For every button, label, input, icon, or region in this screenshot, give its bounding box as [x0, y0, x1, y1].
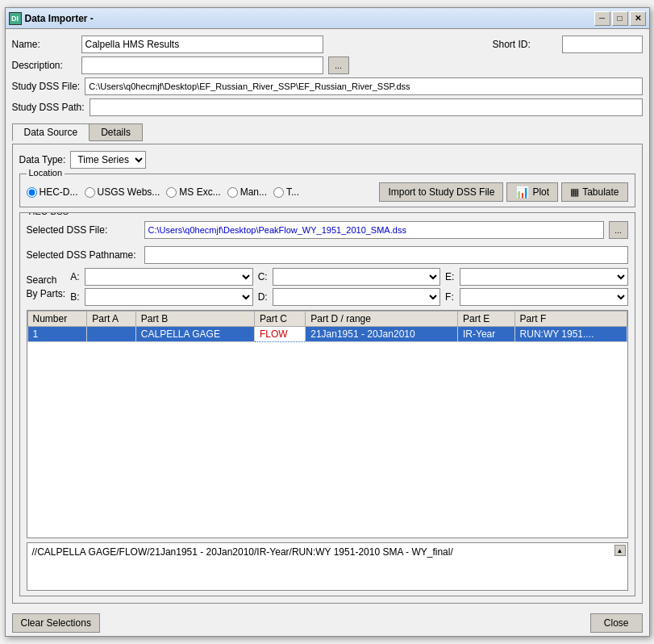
app-icon-text: DI	[11, 15, 19, 23]
app-icon: DI	[9, 12, 22, 25]
title-close-button[interactable]: ✕	[630, 11, 646, 26]
selected-dss-browse-button[interactable]: ...	[609, 221, 628, 239]
part-e-label: E:	[445, 271, 455, 282]
dss-table: Number Part A Part B Part C Part D / ran…	[27, 311, 627, 342]
scrollbar-up[interactable]: ▲	[614, 545, 626, 556]
col-part-c: Part C	[255, 312, 306, 327]
part-c-select[interactable]	[273, 268, 440, 286]
radio-ms-exc[interactable]: MS Exc...	[166, 186, 220, 198]
pathname-text: //CALPELLA GAGE/FLOW/21Jan1951 - 20Jan20…	[32, 546, 453, 558]
table-body: 1CALPELLA GAGEFLOW21Jan1951 - 20Jan2010I…	[27, 327, 627, 342]
radio-t[interactable]: T...	[273, 186, 299, 198]
radio-hec-d[interactable]: HEC-D...	[27, 186, 78, 198]
dss-table-container: Number Part A Part B Part C Part D / ran…	[27, 310, 628, 538]
data-type-select[interactable]: Time Series	[70, 151, 146, 169]
description-input[interactable]	[81, 56, 323, 74]
search-label: Search	[27, 274, 66, 286]
part-e-select[interactable]	[460, 268, 627, 286]
col-number: Number	[27, 312, 87, 327]
plot-button[interactable]: 📊 Plot	[506, 182, 558, 202]
location-fieldset: Location HEC-D... USGS Webs...	[19, 174, 635, 207]
window-title: Data Importer -	[25, 13, 594, 24]
selected-dss-pathname-label: Selected DSS Pathname:	[27, 249, 140, 261]
study-dss-file-input[interactable]	[85, 77, 642, 95]
description-label: Description:	[12, 60, 77, 71]
table-header-row: Number Part A Part B Part C Part D / ran…	[27, 312, 627, 327]
data-type-row: Data Type: Time Series	[19, 151, 635, 169]
study-dss-path-row: Study DSS Path:	[12, 98, 643, 116]
plot-icon: 📊	[515, 186, 529, 199]
search-parts-row: Search By Parts: A: C: E:	[27, 268, 628, 306]
tabulate-button[interactable]: ▦ Tabulate	[561, 182, 627, 202]
search-inputs: A: C: E: B: D: F:	[70, 268, 627, 306]
col-part-f: Part F	[514, 312, 627, 327]
radio-group: HEC-D... USGS Webs... MS Exc... Man	[27, 186, 300, 198]
maximize-button[interactable]: □	[612, 11, 628, 26]
col-part-d: Part D / range	[306, 312, 458, 327]
study-dss-path-label: Study DSS Path:	[12, 102, 85, 113]
location-legend: Location	[27, 168, 65, 178]
short-id-input[interactable]	[562, 36, 643, 53]
tab-details[interactable]: Details	[89, 123, 143, 141]
selected-dss-pathname-input[interactable]	[144, 246, 628, 264]
by-parts-label: By Parts:	[27, 288, 66, 299]
minimize-button[interactable]: ─	[594, 11, 610, 26]
part-a-label: A:	[70, 271, 80, 282]
title-bar: DI Data Importer - ─ □ ✕	[6, 8, 649, 29]
col-part-b: Part B	[135, 312, 254, 327]
part-f-select[interactable]	[460, 288, 627, 306]
import-button[interactable]: Import to Study DSS File	[379, 182, 503, 202]
short-id-label: Short ID:	[493, 39, 557, 50]
name-input[interactable]	[81, 36, 323, 53]
bottom-bar: Clear Selections Close	[6, 610, 649, 636]
radio-man[interactable]: Man...	[227, 186, 267, 198]
study-dss-path-input[interactable]	[90, 98, 643, 116]
part-f-label: F:	[445, 291, 455, 303]
search-label-block: Search By Parts:	[27, 274, 66, 299]
selected-dss-file-row: Selected DSS File: ...	[27, 221, 628, 239]
selected-dss-file-label: Selected DSS File:	[27, 224, 140, 236]
study-dss-file-row: Study DSS File:	[12, 77, 643, 95]
part-b-label: B:	[70, 291, 80, 303]
location-row: HEC-D... USGS Webs... MS Exc... Man	[27, 182, 628, 202]
tabulate-icon: ▦	[570, 186, 579, 198]
tab-data-source[interactable]: Data Source	[12, 123, 90, 141]
location-buttons: Import to Study DSS File 📊 Plot ▦ Tabula…	[379, 182, 627, 202]
part-d-select[interactable]	[273, 288, 440, 306]
clear-selections-button[interactable]: Clear Selections	[12, 613, 100, 633]
name-label: Name:	[12, 39, 77, 50]
search-row-cd: B: D: F:	[70, 288, 627, 306]
data-type-label: Data Type:	[19, 154, 66, 165]
selected-dss-file-input[interactable]	[144, 221, 604, 239]
col-part-a: Part A	[87, 312, 136, 327]
radio-usgs[interactable]: USGS Webs...	[85, 186, 160, 198]
tab-content: Data Type: Time Series Location HEC-D...	[12, 144, 643, 604]
name-row: Name: Short ID:	[12, 36, 643, 53]
col-part-e: Part E	[457, 312, 514, 327]
close-button[interactable]: Close	[590, 613, 643, 633]
part-b-select[interactable]	[85, 288, 252, 306]
table-row[interactable]: 1CALPELLA GAGEFLOW21Jan1951 - 20Jan2010I…	[27, 327, 627, 342]
hec-dss-fieldset: HEC-DSS Selected DSS File: ... Selected …	[19, 212, 635, 596]
part-c-label: C:	[258, 271, 268, 282]
part-d-label: D:	[258, 291, 268, 303]
description-row: Description: ...	[12, 56, 643, 74]
tabs-bar: Data Source Details	[12, 123, 643, 140]
study-dss-file-label: Study DSS File:	[12, 81, 81, 92]
window-controls: ─ □ ✕	[594, 11, 646, 26]
window-content: Name: Short ID: Description: ... Study D…	[6, 29, 649, 610]
pathname-display: //CALPELLA GAGE/FLOW/21Jan1951 - 20Jan20…	[27, 542, 628, 591]
main-window: DI Data Importer - ─ □ ✕ Name: Short ID:…	[5, 7, 650, 637]
part-a-select[interactable]	[85, 268, 252, 286]
search-row-ab: A: C: E:	[70, 268, 627, 286]
selected-dss-pathname-row: Selected DSS Pathname:	[27, 246, 628, 264]
description-browse-button[interactable]: ...	[328, 56, 349, 74]
hec-dss-legend: HEC-DSS	[27, 212, 72, 216]
